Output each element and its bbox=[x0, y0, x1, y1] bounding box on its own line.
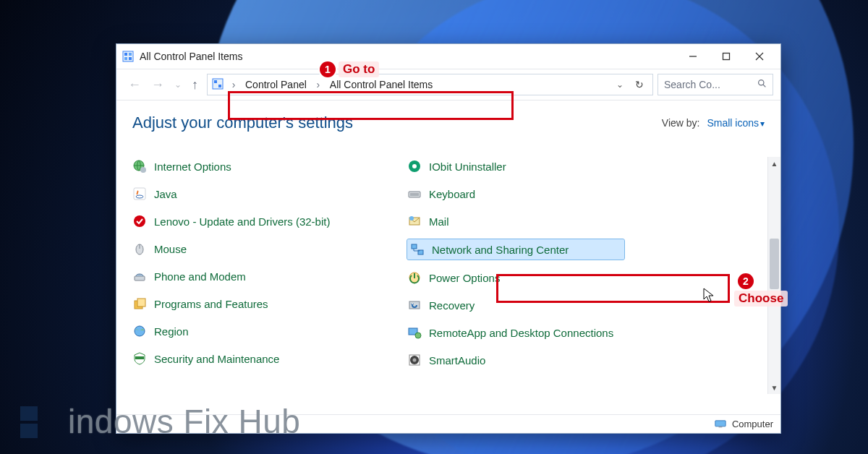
up-button[interactable]: ↑ bbox=[192, 77, 198, 93]
titlebar: All Control Panel Items bbox=[116, 44, 780, 69]
svg-rect-33 bbox=[412, 244, 417, 249]
item-label: Programs and Features bbox=[154, 298, 268, 310]
svg-rect-4 bbox=[129, 57, 132, 60]
phone-modem-icon bbox=[132, 269, 147, 283]
address-bar[interactable]: › Control Panel › All Control Panel Item… bbox=[207, 74, 653, 95]
vertical-scrollbar[interactable]: ▲ ▼ bbox=[767, 157, 780, 394]
keyboard-icon bbox=[407, 187, 422, 201]
item-label: Keyboard bbox=[429, 188, 475, 200]
power-icon bbox=[407, 270, 422, 285]
chevron-right-icon[interactable]: › bbox=[228, 79, 239, 90]
control-panel-item[interactable]: IObit Uninstaller bbox=[407, 157, 624, 176]
computer-icon bbox=[715, 420, 726, 429]
control-panel-item[interactable]: Mouse bbox=[132, 239, 349, 258]
search-placeholder: Search Co... bbox=[664, 79, 720, 90]
control-panel-item[interactable]: Internet Options bbox=[132, 157, 349, 176]
svg-rect-6 bbox=[723, 53, 730, 60]
item-label: RemoteApp and Desktop Connections bbox=[429, 327, 613, 339]
svg-point-32 bbox=[409, 216, 414, 220]
control-panel-item[interactable]: Security and Maintenance bbox=[132, 349, 349, 368]
item-label: Java bbox=[154, 188, 177, 200]
mail-icon bbox=[407, 214, 422, 228]
item-label: Lenovo - Update and Drivers (32-bit) bbox=[154, 215, 330, 228]
control-panel-item[interactable]: Recovery bbox=[407, 296, 624, 314]
chevron-right-icon[interactable]: › bbox=[312, 79, 324, 90]
svg-rect-3 bbox=[124, 57, 127, 60]
region-icon bbox=[132, 324, 147, 338]
scroll-thumb[interactable] bbox=[770, 239, 779, 289]
remoteapp-icon bbox=[407, 325, 422, 340]
control-panel-item[interactable]: SmartAudio bbox=[407, 351, 624, 369]
forward-button[interactable]: → bbox=[151, 77, 164, 93]
iobit-icon bbox=[407, 159, 422, 174]
svg-rect-25 bbox=[135, 356, 144, 359]
svg-point-15 bbox=[140, 167, 146, 173]
svg-point-18 bbox=[134, 215, 145, 227]
content-area: Adjust your computer's settings View by:… bbox=[116, 100, 780, 414]
watermark-logo-icon bbox=[20, 402, 59, 441]
scroll-track[interactable] bbox=[768, 170, 780, 381]
back-button[interactable]: ← bbox=[128, 77, 141, 93]
control-panel-item[interactable]: Mail bbox=[407, 212, 624, 231]
control-panel-item[interactable]: Lenovo - Update and Drivers (32-bit) bbox=[132, 212, 349, 231]
svg-rect-44 bbox=[20, 406, 38, 421]
close-button[interactable] bbox=[743, 46, 776, 67]
control-panel-item[interactable]: Keyboard bbox=[407, 184, 624, 203]
items-area: Internet OptionsJavaLenovo - Update and … bbox=[132, 157, 780, 394]
scroll-down-button[interactable]: ▼ bbox=[768, 381, 780, 394]
item-label: Phone and Modem bbox=[154, 270, 246, 283]
search-input[interactable]: Search Co... bbox=[658, 74, 773, 95]
control-panel-item[interactable]: RemoteApp and Desktop Connections bbox=[407, 323, 624, 342]
item-label: Mail bbox=[429, 215, 449, 228]
search-icon bbox=[757, 79, 767, 90]
java-icon bbox=[132, 187, 147, 201]
breadcrumb-segment[interactable]: All Control Panel Items bbox=[327, 77, 435, 92]
svg-line-13 bbox=[763, 85, 765, 87]
view-by-control[interactable]: View by: Small icons▾ bbox=[662, 117, 765, 129]
svg-rect-11 bbox=[218, 85, 221, 87]
view-by-value: Small icons bbox=[707, 117, 759, 129]
control-panel-item[interactable]: Power Options bbox=[407, 268, 624, 287]
svg-point-38 bbox=[415, 333, 421, 338]
svg-rect-42 bbox=[715, 421, 726, 427]
control-panel-item[interactable]: Phone and Modem bbox=[132, 267, 349, 286]
svg-rect-2 bbox=[129, 53, 132, 56]
maximize-button[interactable] bbox=[710, 46, 743, 67]
svg-rect-23 bbox=[137, 299, 145, 307]
control-panel-item[interactable]: Network and Sharing Center bbox=[407, 239, 624, 260]
status-bar: Computer bbox=[116, 414, 780, 433]
security-icon bbox=[132, 351, 147, 366]
svg-point-27 bbox=[412, 164, 417, 168]
view-by-label: View by: bbox=[662, 117, 700, 129]
lenovo-icon bbox=[132, 214, 147, 228]
refresh-button[interactable]: ↻ bbox=[631, 79, 648, 90]
control-panel-item[interactable]: Java bbox=[132, 184, 349, 203]
item-label: Mouse bbox=[154, 243, 187, 255]
recovery-icon bbox=[407, 298, 422, 312]
svg-rect-10 bbox=[214, 80, 217, 83]
item-label: Region bbox=[154, 325, 189, 338]
svg-point-40 bbox=[413, 359, 417, 362]
page-title: Adjust your computer's settings bbox=[132, 113, 353, 132]
svg-rect-43 bbox=[719, 427, 723, 428]
item-label: Recovery bbox=[429, 299, 475, 312]
control-panel-item[interactable]: Region bbox=[132, 322, 349, 340]
item-label: Security and Maintenance bbox=[154, 353, 279, 365]
recent-locations-button[interactable]: ⌄ bbox=[174, 80, 182, 90]
scroll-up-button[interactable]: ▲ bbox=[768, 157, 780, 170]
annotation-badge-1: 1 bbox=[320, 61, 336, 77]
control-panel-icon bbox=[122, 51, 134, 62]
breadcrumb-segment[interactable]: Control Panel bbox=[242, 77, 310, 92]
control-panel-item[interactable]: Programs and Features bbox=[132, 294, 349, 313]
svg-rect-1 bbox=[124, 53, 127, 56]
item-label: IObit Uninstaller bbox=[429, 160, 506, 173]
smartaudio-icon bbox=[407, 353, 422, 367]
svg-point-12 bbox=[759, 80, 764, 85]
navigation-bar: ← → ⌄ ↑ › Control Panel › All Control Pa… bbox=[116, 69, 780, 100]
status-bar-label: Computer bbox=[732, 419, 773, 429]
minimize-button[interactable] bbox=[676, 46, 710, 67]
address-dropdown-button[interactable]: ⌄ bbox=[616, 80, 624, 90]
annotation-badge-2: 2 bbox=[738, 273, 754, 289]
mouse-icon bbox=[132, 241, 147, 256]
svg-point-24 bbox=[135, 326, 145, 336]
